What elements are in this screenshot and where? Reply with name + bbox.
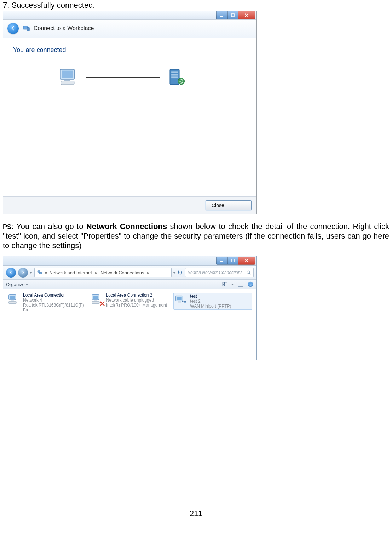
explorer-navbar: « Network and Internet ▶ Network Connect… [3,266,256,280]
page-number: 211 [3,509,389,518]
wizard-titlebar [3,11,256,20]
computer-icon [58,68,80,86]
chevron-down-icon [25,284,28,285]
wizard-footer: Close [3,196,256,214]
refresh-area [174,270,183,275]
ps-note: PS: You can also go to Network Connectio… [3,222,389,250]
refresh-icon[interactable] [177,270,183,275]
wizard-heading: You are connected [13,46,247,54]
item-title: test [190,294,231,299]
maximize-button[interactable] [227,11,238,19]
svg-rect-38 [178,302,181,303]
back-button[interactable] [7,23,19,34]
search-icon [246,270,251,275]
breadcrumb-seg-2[interactable]: Network Connections [100,270,144,275]
chevron-right-icon: ▶ [146,271,150,275]
svg-rect-12 [171,76,178,78]
close-window-button[interactable] [238,11,255,19]
svg-rect-8 [61,81,75,84]
breadcrumb[interactable]: « Network and Internet ▶ Network Connect… [34,268,172,277]
svg-rect-1 [231,14,234,17]
svg-rect-24 [238,282,243,286]
view-options-icon[interactable] [222,281,228,287]
svg-rect-0 [220,16,223,17]
item-title: Local Area Connection [23,293,84,298]
svg-text:?: ? [249,282,252,286]
help-icon[interactable]: ? [247,281,254,287]
svg-rect-15 [231,259,234,262]
chevron-down-icon[interactable] [231,284,234,285]
nav-back-button[interactable] [6,268,16,278]
item-title: Local Area Connection 2 [106,293,167,298]
item-line2: Network cable unplugged [106,298,167,303]
item-line2: test 2 [190,299,231,304]
explorer-window: « Network and Internet ▶ Network Connect… [3,256,257,360]
network-adapter-icon [91,293,103,305]
wizard-title: Connect to a Workplace [34,25,94,32]
connection-item[interactable]: Local Area Connection Network 4 Realtek … [7,293,84,313]
organize-menu[interactable]: Organize [6,282,28,287]
item-line3: WAN Miniport (PPTP) [190,304,231,309]
organize-label: Organize [6,282,25,287]
chevron-right-icon: ▶ [94,271,98,275]
svg-rect-14 [220,261,223,262]
preview-pane-icon[interactable] [237,281,244,287]
svg-line-19 [249,273,251,275]
ps-bold: Network Connections [86,222,167,231]
explorer-content: Local Area Connection Network 4 Realtek … [3,289,256,360]
wizard-body: You are connected [3,38,256,196]
network-adapter-icon [7,293,20,305]
svg-rect-35 [92,302,99,304]
workplace-icon [22,24,30,32]
svg-rect-4 [27,27,29,31]
ps-text-1: : You can also go to [11,222,86,231]
svg-rect-3 [24,30,27,30]
connection-line [86,77,160,78]
server-icon [167,68,188,86]
vpn-connection-icon [174,294,187,307]
svg-point-18 [247,271,249,274]
maximize-button[interactable] [227,257,238,265]
svg-rect-10 [171,71,178,73]
item-line2: Network 4 [23,298,84,303]
nav-forward-button[interactable] [18,268,28,278]
close-window-button[interactable] [238,257,255,265]
connection-diagram [58,68,247,86]
svg-rect-39 [184,302,186,303]
item-line3: Realtek RTL8168C(P)/8111C(P) Fa… [23,303,84,313]
svg-rect-33 [93,296,98,299]
search-input[interactable]: Search Network Connections [185,268,254,277]
search-placeholder: Search Network Connections [188,270,244,275]
minimize-button[interactable] [216,11,227,19]
breadcrumb-seg-1[interactable]: Network and Internet [49,270,92,275]
svg-rect-29 [10,296,15,299]
minimize-button[interactable] [216,257,227,265]
breadcrumb-chevrons: « [45,270,47,275]
wizard-header: Connect to a Workplace [3,20,256,38]
svg-point-13 [178,78,185,85]
ps-label: PS [3,223,11,230]
wizard-window: Connect to a Workplace You are connected [3,11,257,214]
svg-rect-7 [64,80,70,81]
step-heading: 7. Successfully connected. [3,1,389,10]
explorer-titlebar [3,256,256,266]
svg-rect-6 [62,70,73,78]
error-x-icon [100,301,105,306]
svg-rect-16 [38,271,40,273]
explorer-toolbar: Organize ? [3,280,256,289]
svg-rect-37 [177,297,182,300]
close-button[interactable]: Close [206,200,252,210]
svg-rect-20 [223,282,224,284]
connection-item[interactable]: Local Area Connection 2 Network cable un… [91,293,167,313]
chevron-down-icon[interactable] [173,272,176,274]
network-icon [37,270,42,275]
svg-rect-21 [223,285,224,286]
item-line3: Intel(R) PRO/100+ Management … [106,303,167,313]
svg-rect-31 [9,302,17,304]
connection-item-selected[interactable]: test test 2 WAN Miniport (PPTP) [173,293,252,310]
svg-rect-11 [171,74,178,76]
history-dropdown-icon[interactable] [29,272,32,274]
svg-rect-17 [39,273,42,274]
